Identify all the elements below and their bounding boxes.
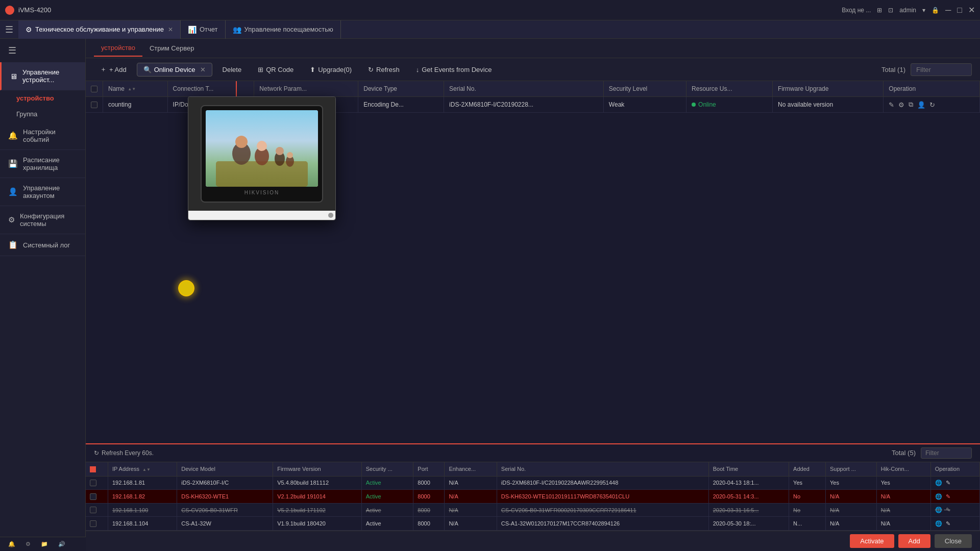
toolbar-right: Total (1) [881, 63, 972, 76]
tab-attendance[interactable]: 👥 Управление посещаемостью [226, 20, 341, 39]
edit-icon-op3[interactable]: ✎ [946, 507, 950, 513]
bottom-row3-check[interactable] [86, 503, 108, 517]
online-device-button[interactable]: 🔍 Online Device ✕ [137, 63, 212, 77]
upgrade-button[interactable]: ⬆ Upgrade(0) [304, 63, 358, 76]
bottom-row3-security: Active [361, 503, 413, 517]
row-name: counting [103, 97, 168, 113]
qr-code-button[interactable]: ⊞ QR Code [252, 63, 300, 76]
sidebar-label-account: Управление аккаунтом [23, 184, 77, 199]
bottom-row3-model: CS-CV206-B0-31WFR [177, 503, 273, 517]
inner-tab-device[interactable]: устройство [94, 40, 142, 57]
sidebar-item-event-settings[interactable]: 🔔 Настройки событий [0, 122, 85, 150]
cursor-indicator [178, 280, 194, 296]
user-dropdown-icon[interactable]: ▾ [922, 7, 925, 14]
add-device-button[interactable]: Add [898, 534, 930, 548]
maximize-btn[interactable]: □ [957, 6, 962, 15]
globe-icon[interactable]: 🌐 [935, 480, 942, 486]
action-bar: Activate Add Close [86, 531, 980, 551]
bottom-table-header: IP Address ▲▼ Device Model Firmware Vers… [86, 462, 980, 477]
bottom-row2-check[interactable] [86, 490, 108, 504]
tab-report[interactable]: 📊 Отчет [181, 20, 226, 39]
inner-tab-stream-label: Стрим Сервер [150, 44, 194, 52]
bottom-row4-boot: 2020-05-30 18:... [708, 517, 789, 531]
col-device-type: Device Type [358, 81, 444, 97]
bottom-row3-firmware: V5.2.1build 171102 [273, 503, 362, 517]
filter-input[interactable] [911, 63, 972, 76]
inner-tab-stream-server[interactable]: Стрим Сервер [142, 40, 201, 56]
bottom-filter-input[interactable] [921, 447, 972, 459]
bottom-row4-added: N... [789, 517, 826, 531]
lock-icon[interactable]: 🔒 [932, 7, 939, 14]
minimize-btn[interactable]: ─ [945, 6, 951, 15]
sidebar-sub-group[interactable]: Группа [0, 106, 85, 122]
col-resource: Resource Us... [687, 81, 773, 97]
header-checkbox-cell[interactable] [86, 81, 103, 97]
bottom-row4-check[interactable] [86, 517, 108, 531]
row-checkbox-cell[interactable] [86, 97, 103, 113]
sort-icon[interactable]: ▲▼ [128, 87, 136, 91]
bottom-row4-op[interactable]: 🌐 ✎ [930, 517, 979, 531]
sidebar-item-sys-config[interactable]: ⚙ Конфигурация системы [0, 206, 85, 234]
bottom-row3-serial: CS-CV206-B0-31WFR00020170309CCRR72918641… [497, 503, 708, 517]
bottom-col-selector[interactable] [86, 462, 108, 477]
sidebar-label-syslog: Системный лог [23, 241, 70, 249]
maintenance-icon: ⚙ [26, 26, 32, 34]
bottom-row2-serial: DS-KH6320-WTE10120191117WRD87635401CLU [497, 490, 708, 504]
close-btn[interactable]: ✕ [968, 5, 975, 15]
row-checkbox[interactable] [91, 102, 97, 108]
tab-maintenance[interactable]: ⚙ Техническое обслуживание и управление … [18, 20, 181, 39]
col-security: Security Level [603, 81, 686, 97]
refresh-button[interactable]: ↻ Refresh [362, 63, 406, 76]
sort-ip[interactable]: ▲▼ [142, 467, 151, 472]
header-checkbox[interactable] [91, 86, 97, 92]
globe-icon2[interactable]: 🌐 [935, 493, 942, 499]
sidebar-label-sys-config: Конфигурация системы [20, 212, 77, 228]
svg-point-3 [235, 136, 248, 148]
sidebar-item-device-mgmt[interactable]: 🖥 Управление устройст... [0, 62, 85, 90]
sidebar-sub-device[interactable]: устройство [0, 90, 85, 106]
copy-icon[interactable]: ⧉ [909, 101, 913, 109]
refresh-icon: ↻ [368, 66, 374, 73]
device-screen-area: HIKVISION [188, 97, 335, 211]
user-icon[interactable]: 👤 [917, 101, 925, 109]
bottom-row3-op[interactable]: 🌐 ✎ [930, 503, 979, 517]
add-icon: ＋ [100, 65, 107, 74]
edit-icon-op4[interactable]: ✎ [946, 520, 950, 527]
activate-button[interactable]: Activate [850, 534, 894, 548]
edit-icon-op2[interactable]: ✎ [946, 493, 950, 499]
tab-close-icon[interactable]: ✕ [168, 26, 173, 33]
report-icon: 📊 [188, 26, 197, 34]
delete-button[interactable]: Delete [216, 63, 248, 76]
bottom-col-boot: Boot Time [708, 462, 789, 477]
col-serial: Serial No. [444, 81, 604, 97]
app-logo [5, 6, 14, 15]
user-name[interactable]: admin [899, 7, 916, 14]
security-active: Active [366, 480, 381, 486]
device-power-button[interactable] [328, 213, 333, 218]
close-panel-button[interactable]: Close [935, 534, 972, 548]
tab-maintenance-label: Техническое обслуживание и управление [35, 26, 164, 33]
add-button[interactable]: ＋ + Add [94, 62, 133, 77]
edit-icon[interactable]: ✎ [889, 101, 894, 109]
bottom-row-check[interactable] [86, 476, 108, 490]
globe-icon4[interactable]: 🌐 [935, 520, 942, 527]
online-device-close-icon[interactable]: ✕ [200, 66, 206, 73]
bottom-total: Total (5) [892, 449, 916, 457]
globe-icon3[interactable]: 🌐 [935, 507, 942, 513]
sidebar-item-account[interactable]: 👤 Управление аккаунтом [0, 178, 85, 206]
bottom-row-boot: 2020-04-13 18:1... [708, 476, 789, 490]
title-bar: iVMS-4200 Вход не ... ⊞ ⊡ admin ▾ 🔒 ─ □ … [0, 0, 980, 20]
bottom-row2-op[interactable]: 🌐 ✎ [930, 490, 979, 504]
sidebar-item-storage[interactable]: 💾 Расписание хранилища [0, 150, 85, 178]
get-events-button[interactable]: ↓ Get Events from Device [410, 63, 498, 76]
sidebar-toggle[interactable]: ☰ [0, 39, 85, 62]
edit-icon-op[interactable]: ✎ [946, 480, 950, 486]
bottom-row-op[interactable]: 🌐 ✎ [930, 476, 979, 490]
bottom-row3-ip: 192.168.1.100 [108, 503, 177, 517]
settings-icon[interactable]: ⚙ [898, 101, 904, 109]
row-device-type: Encoding De... [358, 97, 444, 113]
bottom-row4-serial: CS-A1-32W0120170127M17CCR87402894126 [497, 517, 708, 531]
sidebar-item-syslog[interactable]: 📋 Системный лог [0, 234, 85, 256]
hamburger-menu[interactable]: ☰ [5, 24, 13, 35]
sync-icon[interactable]: ↻ [929, 101, 935, 109]
